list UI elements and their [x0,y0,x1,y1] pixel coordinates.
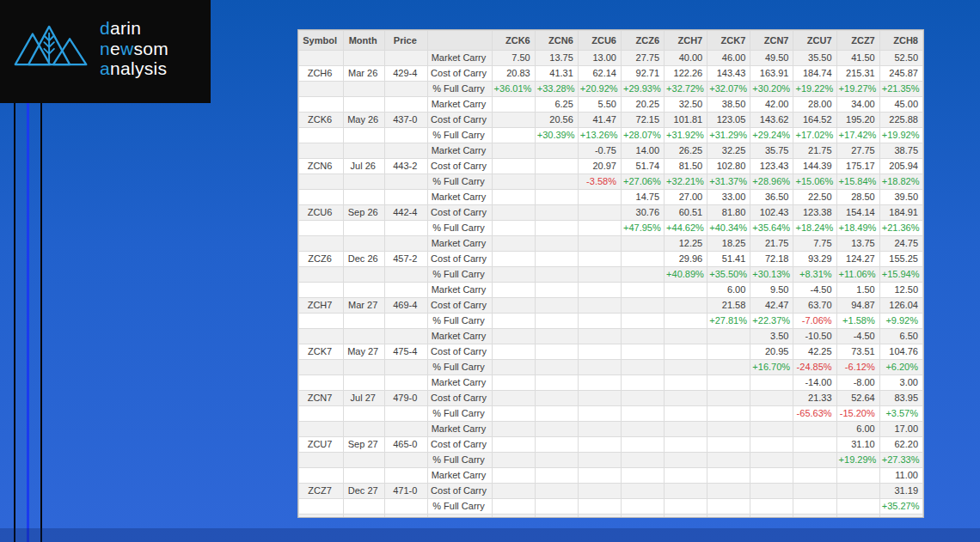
row-label-cell: Cost of Carry [428,298,492,314]
contract-info-cell: Sep 27 [344,437,385,453]
value-cell: 41.47 [578,113,621,128]
value-cell [621,360,664,375]
contract-info-cell [299,97,344,113]
value-cell [665,453,707,468]
table-row: Market Carry-0.7514.0026.2532.2535.7521.… [299,143,923,159]
contract-info-cell [299,82,344,97]
value-cell [665,406,707,422]
table-row: ZCH7Mar 27469-4Cost of Carry21.5842.4763… [299,298,923,314]
value-cell: 39.50 [879,190,922,205]
value-cell: 51.41 [707,252,750,267]
value-cell [535,468,578,484]
value-cell: 21.33 [793,391,836,406]
value-cell: 52.50 [879,51,922,66]
value-cell [492,252,535,267]
value-cell [535,375,578,391]
value-cell: 6.25 [535,97,578,113]
row-label-cell: Cost of Carry [428,113,492,128]
table-row: % Full Carry+27.81%+22.37%-7.06%+1.58%+9… [299,314,923,329]
contract-info-cell [299,406,344,422]
value-cell: 225.88 [879,113,922,128]
value-cell: +32.21% [665,174,707,190]
value-cell [665,314,707,329]
value-cell: 41.31 [535,66,578,82]
value-cell [535,174,578,190]
contract-info-cell [299,267,344,283]
contract-info-cell [344,128,385,143]
value-cell [492,298,535,314]
table-row: ZCN6Jul 26443-2Cost of Carry20.9751.7481… [299,159,923,174]
contract-info-cell [299,499,344,515]
value-cell: +29.93% [621,82,664,97]
contract-info-cell [344,283,385,298]
value-cell [535,422,578,437]
contract-info-cell [299,190,344,205]
contract-info-cell [385,221,428,236]
contract-info-cell: May 27 [344,344,385,360]
contract-info-cell: 465-0 [385,437,428,453]
value-cell: 20.83 [492,66,535,82]
value-cell [707,468,750,484]
table-row: ZCH6Mar 26429-4Cost of Carry20.8341.3162… [299,66,923,82]
value-cell [578,391,621,406]
contract-info-cell [299,515,344,519]
contract-header-cell: ZCK6 [492,31,535,51]
contract-info-cell [385,314,428,329]
contract-info-cell [344,453,385,468]
contract-info-cell [344,314,385,329]
contract-info-cell: 469-4 [385,298,428,314]
carry-table: SymbolMonthPriceZCK6ZCN6ZCU6ZCZ6ZCH7ZCK7… [298,30,923,518]
value-cell [492,128,535,143]
value-cell: 143.43 [707,66,750,82]
value-cell: 33.00 [707,190,750,205]
value-cell [836,484,879,499]
contract-header-cell: ZCZ7 [836,31,879,51]
value-cell: 13.75 [836,236,879,252]
value-cell [621,283,664,298]
contract-header-cell: ZCK7 [707,31,750,51]
value-cell [793,453,836,468]
table-row: Market Carry6.255.5020.2532.5038.5042.00… [299,97,923,113]
row-label-cell: % Full Carry [428,360,492,375]
value-cell: 6.00 [836,422,879,437]
value-cell [665,484,707,499]
value-cell [750,437,793,453]
value-cell [621,422,664,437]
contract-info-cell [385,143,428,159]
value-cell [707,437,750,453]
row-label-cell: Market Carry [428,51,492,66]
value-cell: 21.75 [750,236,793,252]
contract-info-cell: ZCZ6 [299,252,344,267]
value-cell: +40.34% [707,221,750,236]
value-cell [665,515,707,519]
value-cell [535,360,578,375]
value-cell [492,267,535,283]
value-cell [750,391,793,406]
value-cell: 92.71 [621,66,664,82]
table-row: ZCN7Jul 27479-0Cost of Carry21.3352.6483… [299,391,923,406]
contract-info-cell [299,236,344,252]
contract-info-cell [344,468,385,484]
value-cell [750,453,793,468]
value-cell [578,437,621,453]
value-cell: +33.28% [535,82,578,97]
value-cell [535,236,578,252]
value-cell: 31.10 [836,437,879,453]
value-cell: 83.95 [879,391,922,406]
value-cell: 124.27 [836,252,879,267]
value-cell [535,406,578,422]
value-cell [535,267,578,283]
contract-info-cell: May 26 [344,113,385,128]
contract-info-cell: 437-0 [385,113,428,128]
contract-header-cell: ZCU6 [578,31,621,51]
value-cell [707,360,750,375]
value-cell [492,329,535,344]
value-cell [492,236,535,252]
value-cell: +21.35% [879,82,922,97]
table-row: Market Carry3.50-10.50-4.506.50 [299,329,923,344]
value-cell: 22.50 [793,190,836,205]
value-cell: +27.81% [707,314,750,329]
value-cell: +18.82% [879,174,922,190]
value-cell [621,252,664,267]
value-cell: 184.91 [879,205,922,221]
